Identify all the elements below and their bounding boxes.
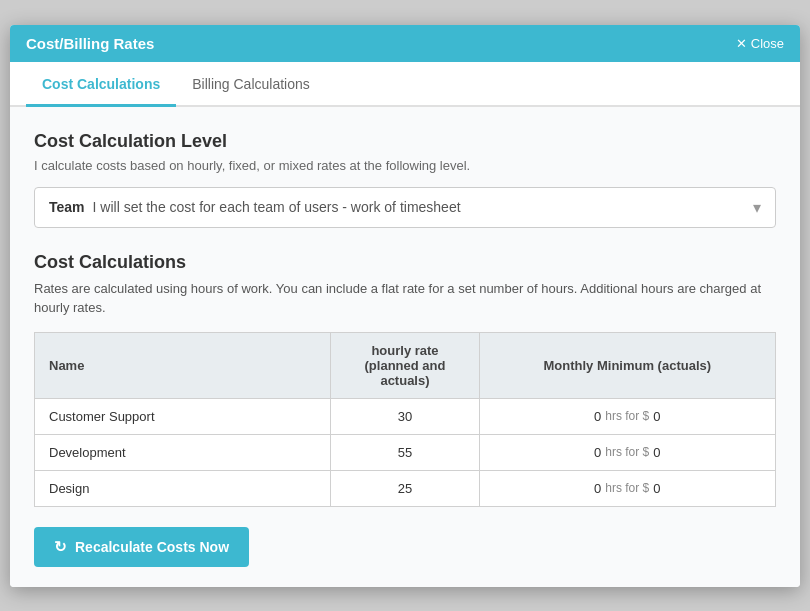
- dropdown-left: Team I will set the cost for each team o…: [49, 199, 461, 215]
- row-hourly-2: 25: [331, 470, 479, 506]
- recalculate-button[interactable]: ↻ Recalculate Costs Now: [34, 527, 249, 567]
- recalculate-icon: ↻: [54, 538, 67, 556]
- cost-table: Name hourly rate (planned and actuals) M…: [34, 332, 776, 507]
- level-section-description: I calculate costs based on hourly, fixed…: [34, 158, 776, 173]
- monthly-hrs-0: 0: [594, 409, 601, 424]
- modal-header: Cost/Billing Rates ✕ Close: [10, 25, 800, 62]
- close-button[interactable]: ✕ Close: [736, 36, 784, 51]
- monthly-inner-1: 0 hrs for $ 0: [494, 445, 761, 460]
- close-icon: ✕: [736, 36, 747, 51]
- monthly-amount-0: 0: [653, 409, 660, 424]
- cost-section-title: Cost Calculations: [34, 252, 776, 273]
- table-row: Development 55 0 hrs for $ 0: [35, 434, 776, 470]
- monthly-inner-2: 0 hrs for $ 0: [494, 481, 761, 496]
- row-name-0: Customer Support: [35, 398, 331, 434]
- row-hourly-1: 55: [331, 434, 479, 470]
- row-name-2: Design: [35, 470, 331, 506]
- modal-body: Cost Calculation Level I calculate costs…: [10, 107, 800, 587]
- level-section-title: Cost Calculation Level: [34, 131, 776, 152]
- row-monthly-1: 0 hrs for $ 0: [479, 434, 775, 470]
- table-row: Customer Support 30 0 hrs for $ 0: [35, 398, 776, 434]
- hrs-for-label-2: hrs for $: [605, 481, 649, 495]
- table-row: Design 25 0 hrs for $ 0: [35, 470, 776, 506]
- dropdown-wrapper: Team I will set the cost for each team o…: [34, 187, 776, 228]
- chevron-down-icon: ▾: [753, 198, 761, 217]
- tab-cost-calculations[interactable]: Cost Calculations: [26, 62, 176, 107]
- tab-billing-calculations[interactable]: Billing Calculations: [176, 62, 326, 107]
- col-header-name: Name: [35, 332, 331, 398]
- dropdown-label: Team: [49, 199, 85, 215]
- level-dropdown[interactable]: Team I will set the cost for each team o…: [34, 187, 776, 228]
- row-monthly-0: 0 hrs for $ 0: [479, 398, 775, 434]
- dropdown-value: I will set the cost for each team of use…: [93, 199, 461, 215]
- row-name-1: Development: [35, 434, 331, 470]
- recalculate-label: Recalculate Costs Now: [75, 539, 229, 555]
- hrs-for-label-1: hrs for $: [605, 445, 649, 459]
- monthly-amount-1: 0: [653, 445, 660, 460]
- table-header-row: Name hourly rate (planned and actuals) M…: [35, 332, 776, 398]
- monthly-amount-2: 0: [653, 481, 660, 496]
- cost-section-description: Rates are calculated using hours of work…: [34, 279, 776, 318]
- modal: Cost/Billing Rates ✕ Close Cost Calculat…: [10, 25, 800, 587]
- modal-title: Cost/Billing Rates: [26, 35, 154, 52]
- monthly-inner-0: 0 hrs for $ 0: [494, 409, 761, 424]
- close-label: Close: [751, 36, 784, 51]
- tab-bar: Cost Calculations Billing Calculations: [10, 62, 800, 107]
- col-header-monthly: Monthly Minimum (actuals): [479, 332, 775, 398]
- hrs-for-label-0: hrs for $: [605, 409, 649, 423]
- monthly-hrs-1: 0: [594, 445, 601, 460]
- row-monthly-2: 0 hrs for $ 0: [479, 470, 775, 506]
- monthly-hrs-2: 0: [594, 481, 601, 496]
- row-hourly-0: 30: [331, 398, 479, 434]
- col-header-hourly: hourly rate (planned and actuals): [331, 332, 479, 398]
